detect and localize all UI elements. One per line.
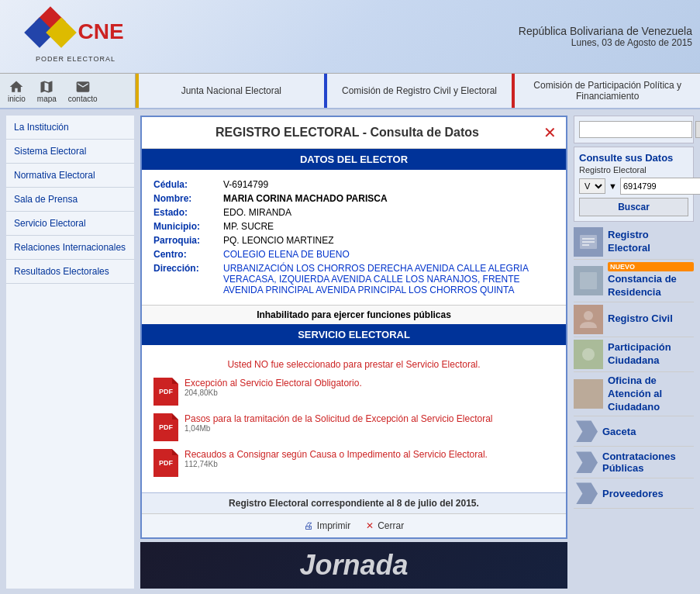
arrow-label-proveedores: Proveedores <box>602 488 664 499</box>
svg-point-8 <box>584 311 593 320</box>
right-menu-participacion[interactable]: Participación Ciudadana <box>574 337 694 372</box>
modal-close-button[interactable]: ✕ <box>543 123 557 142</box>
sidebar-item-sala[interactable]: Sala de Prensa <box>6 188 134 212</box>
nav-junta-nacional[interactable]: Junta Nacional Electoral <box>136 74 324 108</box>
cerrar-button[interactable]: ✕ Cerrar <box>366 520 404 531</box>
thumb-civil <box>574 305 603 334</box>
republic-text: República Bolivariana de Venezuela <box>519 25 692 37</box>
sidebar-item-servicio[interactable]: Servicio Electoral <box>6 212 134 236</box>
parroquia-row: Parroquia: PQ. LEONCIO MARTINEZ <box>153 235 554 246</box>
thumb-registro <box>574 227 603 257</box>
nav-icons: inicio mapa contacto <box>0 74 136 108</box>
thumb-atencion <box>574 379 603 409</box>
logo-area: CNE PODER ELECTORAL <box>8 11 143 63</box>
search-button[interactable]: ir <box>695 121 700 138</box>
registro-footer: Registro Electoral correspondiente al 8 … <box>142 492 566 513</box>
banner-text: Jornada <box>299 549 408 582</box>
nav-links: Junta Nacional Electoral Comisión de Reg… <box>136 74 700 108</box>
nav-inicio-label: inicio <box>8 95 26 103</box>
right-menu-atencion[interactable]: Oficina de Atención al Ciudadano <box>574 372 694 417</box>
search-input[interactable] <box>579 121 692 138</box>
imprimir-button[interactable]: 🖨 Imprimir <box>304 520 350 531</box>
consulte-header: Consulte sus Datos <box>579 152 688 164</box>
servicio-header: SERVICIO ELECTORAL <box>142 324 566 345</box>
pdf-text-1: Excepción al Servicio Electoral Obligato… <box>184 378 362 397</box>
right-label-participacion: Participación Ciudadana <box>608 341 694 368</box>
arrow-contrataciones-icon <box>576 451 598 473</box>
centro-value[interactable]: COLEGIO ELENA DE BUENO <box>223 249 350 260</box>
inhabilitado-text: Inhabilitado para ejercer funciones públ… <box>142 305 566 324</box>
pdf-icon-3: PDF <box>153 449 178 477</box>
nav-mapa[interactable]: mapa <box>37 79 57 103</box>
consulte-box: Consulte sus Datos Registro Electoral V … <box>574 147 694 222</box>
printer-icon: 🖨 <box>304 520 313 531</box>
cedula-arrow: ▼ <box>609 181 617 191</box>
search-box: ir <box>574 116 694 143</box>
datos-header: DATOS DEL ELECTOR <box>142 149 566 170</box>
nombre-value: MARIA CORINA MACHADO PARISCA <box>223 193 388 204</box>
left-sidebar: La Institución Sistema Electoral Normati… <box>6 116 134 589</box>
right-label-constancia: Constancia de Residencia <box>608 273 694 299</box>
cedula-value: V-6914799 <box>223 179 268 190</box>
right-arrow-gaceta[interactable]: Gaceta <box>574 416 694 447</box>
pdf-size-2: 1,04Mb <box>184 424 493 433</box>
centro-label: Centro: <box>153 249 223 260</box>
search-row: ir <box>579 121 688 138</box>
header-right: República Bolivariana de Venezuela Lunes… <box>519 25 692 48</box>
cedula-label: Cédula: <box>153 179 223 190</box>
pdf-text-3: Recaudos a Consignar según Causa o Imped… <box>184 449 488 468</box>
cerrar-label: Cerrar <box>378 520 404 531</box>
right-menu-registro[interactable]: Registro Electoral <box>574 225 694 260</box>
sidebar-item-sistema[interactable]: Sistema Electoral <box>6 140 134 164</box>
not-selected-text: Usted NO fue seleccionado para prestar e… <box>153 359 554 370</box>
municipio-row: Municipio: MP. SUCRE <box>153 221 554 232</box>
pdf-link-2[interactable]: Pasos para la tramitación de la Solicitu… <box>184 413 493 424</box>
svg-point-10 <box>582 348 595 361</box>
logo-diamond <box>27 11 74 54</box>
right-arrow-proveedores[interactable]: Proveedores <box>574 478 694 509</box>
cne-text: CNE <box>78 19 123 44</box>
right-menu-constancia[interactable]: NUEVO Constancia de Residencia <box>574 260 694 302</box>
modal-registro: REGISTRO ELECTORAL - Consulta de Datos ✕… <box>140 116 567 539</box>
arrow-label-contrataciones: Contrataciones Públicas <box>602 451 691 474</box>
right-sidebar: ir Consulte sus Datos Registro Electoral… <box>574 116 694 589</box>
logo-box: CNE <box>27 11 123 54</box>
page-header: CNE PODER ELECTORAL República Bolivarian… <box>0 0 700 74</box>
servicio-content: Usted NO fue seleccionado para prestar e… <box>142 345 566 492</box>
nav-comision-registro[interactable]: Comisión de Registro Civil y Electoral <box>324 74 512 108</box>
buscar-button[interactable]: Buscar <box>579 198 688 216</box>
close-x-icon: ✕ <box>366 520 374 531</box>
modal-title: REGISTRO ELECTORAL - Consulta de Datos <box>151 126 543 140</box>
pdf-icon-1: PDF <box>153 378 178 406</box>
nav-contacto[interactable]: contacto <box>68 79 98 103</box>
cedula-type-select[interactable]: V E <box>579 178 605 194</box>
nav-bar: inicio mapa contacto Junta Nacional Elec… <box>0 74 700 109</box>
cedula-number-input[interactable] <box>620 178 700 195</box>
pdf-link-3[interactable]: Recaudos a Consignar según Causa o Imped… <box>184 449 488 460</box>
parroquia-label: Parroquia: <box>153 235 223 246</box>
nav-inicio[interactable]: inicio <box>8 79 26 103</box>
right-arrow-contrataciones[interactable]: Contrataciones Públicas <box>574 447 694 478</box>
direccion-label: Dirección: <box>153 263 223 295</box>
main-layout: La Institución Sistema Electoral Normati… <box>0 109 700 594</box>
right-menu-civil[interactable]: Registro Civil <box>574 302 694 337</box>
pdf-item-2: PDF Pasos para la tramitación de la Soli… <box>153 413 554 441</box>
sidebar-item-relaciones[interactable]: Relaciones Internacionales <box>6 236 134 260</box>
pdf-icon-2: PDF <box>153 413 178 441</box>
pdf-size-3: 112,74Kb <box>184 460 488 468</box>
sidebar-item-institucion[interactable]: La Institución <box>6 116 134 140</box>
parroquia-value: PQ. LEONCIO MARTINEZ <box>223 235 333 246</box>
arrow-label-gaceta: Gaceta <box>602 426 636 437</box>
nav-contacto-label: contacto <box>68 95 98 103</box>
center-content: REGISTRO ELECTORAL - Consulta de Datos ✕… <box>140 116 567 589</box>
sidebar-item-resultados[interactable]: Resultados Electorales <box>6 260 134 284</box>
pdf-link-1[interactable]: Excepción al Servicio Electoral Obligato… <box>184 378 362 389</box>
svg-rect-11 <box>574 379 603 409</box>
estado-value: EDO. MIRANDA <box>223 207 291 218</box>
estado-label: Estado: <box>153 207 223 218</box>
date-text: Lunes, 03 de Agosto de 2015 <box>519 37 692 48</box>
sidebar-item-normativa[interactable]: Normativa Electoral <box>6 164 134 188</box>
cedula-row: Cédula: V-6914799 <box>153 179 554 190</box>
direccion-value: URBANIZACIÓN LOS CHORROS DERECHA AVENIDA… <box>223 263 554 295</box>
nav-comision-participacion[interactable]: Comisión de Participación Política y Fin… <box>512 74 700 108</box>
